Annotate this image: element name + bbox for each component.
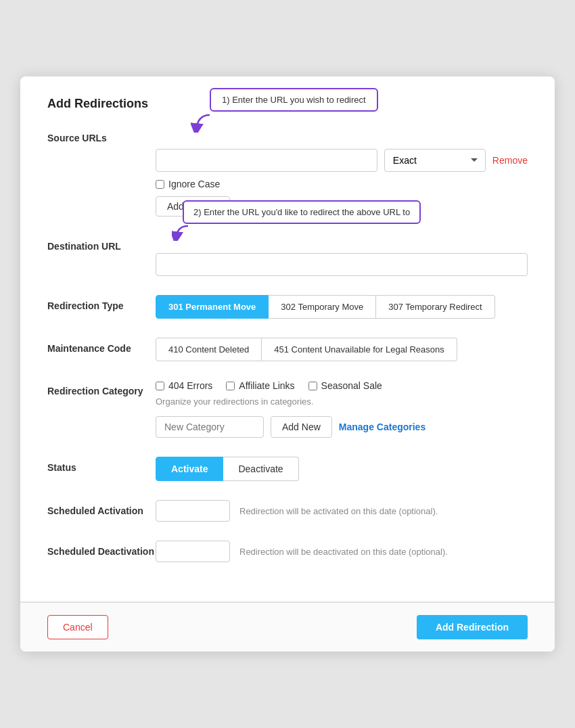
destination-url-label: Destination URL bbox=[47, 235, 156, 252]
redirection-category-content: 404 Errors Affiliate Links Seasonal Sale… bbox=[156, 380, 528, 438]
new-category-row: Add New Manage Categories bbox=[156, 416, 528, 438]
category-affiliate-links: Affiliate Links bbox=[226, 380, 294, 391]
scheduled-deactivation-content: Redirection will be deactivated on this … bbox=[156, 541, 528, 562]
destination-url-row: Destination URL 2) Enter the URL you'd l… bbox=[47, 235, 528, 276]
manage-categories-link[interactable]: Manage Categories bbox=[339, 422, 426, 432]
deactivate-button[interactable]: Deactivate bbox=[223, 457, 298, 481]
redirection-type-buttons: 301 Permanent Move 302 Temporary Move 30… bbox=[156, 295, 528, 319]
checkbox-404-errors[interactable] bbox=[156, 382, 164, 390]
redirection-type-row: Redirection Type 301 Permanent Move 302 … bbox=[47, 295, 528, 319]
maintenance-code-label: Maintenance Code bbox=[47, 338, 156, 354]
maint-410-button[interactable]: 410 Content Deleted bbox=[156, 338, 262, 361]
add-redirection-button[interactable]: Add Redirection bbox=[417, 615, 528, 639]
source-url-input-row: Exact Regex Contains Remove bbox=[156, 149, 528, 172]
destination-url-content: 2) Enter the URL you'd like to redirect … bbox=[156, 235, 528, 276]
maint-451-button[interactable]: 451 Content Unavailable for Legal Reason… bbox=[262, 338, 457, 361]
cancel-button[interactable]: Cancel bbox=[47, 615, 108, 639]
scheduled-activation-row: Scheduled Activation Redirection will be… bbox=[47, 500, 528, 522]
rtype-307-button[interactable]: 307 Temporary Redirect bbox=[376, 295, 495, 319]
destination-url-input[interactable] bbox=[156, 253, 528, 276]
checkbox-affiliate-links-label: Affiliate Links bbox=[239, 380, 294, 391]
scheduled-deactivation-input[interactable] bbox=[156, 541, 230, 562]
arrow-2-icon bbox=[172, 225, 196, 241]
scheduled-deactivation-row: Scheduled Deactivation Redirection will … bbox=[47, 541, 528, 562]
maintenance-code-row: Maintenance Code 410 Content Deleted 451… bbox=[47, 338, 528, 361]
status-content: Activate Deactivate bbox=[156, 457, 528, 481]
ignore-case-label: Ignore Case bbox=[168, 179, 220, 189]
source-url-input[interactable] bbox=[156, 149, 377, 172]
rtype-302-button[interactable]: 302 Temporary Move bbox=[269, 295, 376, 319]
ignore-case-row: Ignore Case bbox=[156, 179, 528, 189]
scheduled-deactivation-label: Scheduled Deactivation bbox=[47, 541, 156, 557]
redirection-type-label: Redirection Type bbox=[47, 295, 156, 311]
status-buttons: Activate Deactivate bbox=[156, 457, 528, 481]
category-404-errors: 404 Errors bbox=[156, 380, 212, 391]
redirection-category-label: Redirection Category bbox=[47, 380, 156, 396]
status-row: Status Activate Deactivate bbox=[47, 457, 528, 481]
rtype-301-button[interactable]: 301 Permanent Move bbox=[156, 295, 269, 319]
new-category-input[interactable] bbox=[156, 416, 264, 438]
arrow-1-icon bbox=[191, 114, 218, 133]
modal-footer: Cancel Add Redirection bbox=[20, 602, 555, 652]
callout-1: 1) Enter the URL you wish to redirect bbox=[210, 88, 378, 112]
match-type-select[interactable]: Exact Regex Contains bbox=[384, 149, 486, 172]
category-checkboxes: 404 Errors Affiliate Links Seasonal Sale bbox=[156, 380, 528, 391]
source-urls-label: Source URLs bbox=[47, 127, 156, 143]
category-seasonal-sale: Seasonal Sale bbox=[308, 380, 382, 391]
callout-2: 2) Enter the URL you'd like to redirect … bbox=[183, 200, 421, 224]
activate-button[interactable]: Activate bbox=[156, 457, 223, 481]
scheduled-activation-label: Scheduled Activation bbox=[47, 500, 156, 516]
scheduled-deactivation-input-row: Redirection will be deactivated on this … bbox=[156, 541, 528, 562]
scheduled-deactivation-hint: Redirection will be deactivated on this … bbox=[239, 547, 448, 557]
scheduled-activation-input-row: Redirection will be activated on this da… bbox=[156, 500, 528, 522]
scheduled-activation-hint: Redirection will be activated on this da… bbox=[239, 506, 438, 516]
scheduled-activation-input[interactable] bbox=[156, 500, 230, 522]
organize-text: Organize your redirections in categories… bbox=[156, 396, 528, 407]
checkbox-seasonal-sale-label: Seasonal Sale bbox=[321, 380, 382, 391]
checkbox-404-errors-label: 404 Errors bbox=[168, 380, 212, 391]
redirection-category-row: Redirection Category 404 Errors Affiliat… bbox=[47, 380, 528, 438]
ignore-case-checkbox[interactable] bbox=[156, 180, 164, 189]
checkbox-seasonal-sale[interactable] bbox=[308, 382, 317, 390]
checkbox-affiliate-links[interactable] bbox=[226, 382, 235, 390]
maintenance-code-buttons: 410 Content Deleted 451 Content Unavaila… bbox=[156, 338, 528, 361]
add-redirections-modal: Add Redirections Source URLs 1) Enter th… bbox=[20, 76, 555, 652]
status-label: Status bbox=[47, 457, 156, 473]
redirection-type-content: 301 Permanent Move 302 Temporary Move 30… bbox=[156, 295, 528, 319]
add-new-category-button[interactable]: Add New bbox=[271, 416, 332, 438]
remove-link[interactable]: Remove bbox=[492, 155, 528, 166]
scheduled-activation-content: Redirection will be activated on this da… bbox=[156, 500, 528, 522]
maintenance-code-content: 410 Content Deleted 451 Content Unavaila… bbox=[156, 338, 528, 361]
